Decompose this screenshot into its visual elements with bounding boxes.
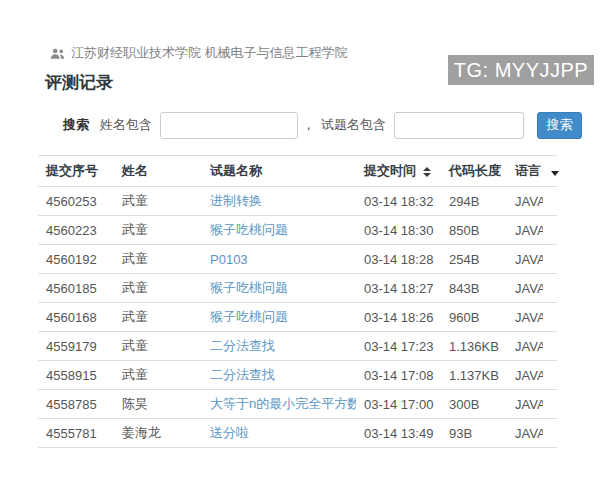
page: TG: MYYJJPP 江苏财经职业技术学院 机械电子与信息工程学院 评测记录 … xyxy=(0,44,600,480)
cell-submit-time: 03-14 18:32 xyxy=(356,187,441,216)
problem-link[interactable]: 猴子吃桃问题 xyxy=(210,280,288,295)
cell-filter-spacer xyxy=(543,245,557,274)
cell-submit-time: 03-14 13:49 xyxy=(356,419,441,448)
table-row: 4560253 武童 进制转换 03-14 18:32 294B JAVA xyxy=(38,187,557,216)
name-contains-input[interactable] xyxy=(160,112,298,139)
cell-name: 武童 xyxy=(114,245,202,274)
cell-problem: 二分法查找 xyxy=(202,332,356,361)
cell-filter-spacer xyxy=(543,216,557,245)
cell-language: JAVA xyxy=(507,187,543,216)
users-icon xyxy=(50,47,65,60)
cell-filter-spacer xyxy=(543,361,557,390)
cell-name: 武童 xyxy=(114,216,202,245)
cell-submit-time: 03-14 17:23 xyxy=(356,332,441,361)
cell-submission-id: 4560192 xyxy=(38,245,114,274)
table-row: 4560192 武童 P0103 03-14 18:28 254B JAVA xyxy=(38,245,557,274)
search-section-label: 搜索 xyxy=(63,116,89,134)
school-name: 江苏财经职业技术学院 机械电子与信息工程学院 xyxy=(71,44,348,62)
cell-submission-id: 4560253 xyxy=(38,187,114,216)
cell-filter-spacer xyxy=(543,419,557,448)
problem-link[interactable]: P0103 xyxy=(210,252,248,267)
col-header-submit-time[interactable]: 提交时间 xyxy=(356,156,441,187)
table-row: 4560223 武童 猴子吃桃问题 03-14 18:30 850B JAVA xyxy=(38,216,557,245)
cell-code-length: 254B xyxy=(441,245,507,274)
cell-problem: 二分法查找 xyxy=(202,361,356,390)
cell-language: JAVA xyxy=(507,390,543,419)
problem-link[interactable]: 大等于n的最小完全平方数 xyxy=(210,396,356,411)
cell-name: 武童 xyxy=(114,361,202,390)
search-button[interactable]: 搜索 xyxy=(537,112,582,139)
cell-name: 武童 xyxy=(114,303,202,332)
cell-problem: P0103 xyxy=(202,245,356,274)
caret-down-icon[interactable] xyxy=(551,171,559,176)
problem-link[interactable]: 猴子吃桃问题 xyxy=(210,222,288,237)
table-row: 4555781 姜海龙 送分啦 03-14 13:49 93B JAVA xyxy=(38,419,557,448)
cell-code-length: 294B xyxy=(441,187,507,216)
cell-language: JAVA xyxy=(507,245,543,274)
cell-code-length: 1.136KB xyxy=(441,332,507,361)
cell-name: 武童 xyxy=(114,332,202,361)
problem-link[interactable]: 二分法查找 xyxy=(210,338,275,353)
problem-link[interactable]: 猴子吃桃问题 xyxy=(210,309,288,324)
cell-problem: 进制转换 xyxy=(202,187,356,216)
problem-link[interactable]: 二分法查找 xyxy=(210,367,275,382)
cell-language: JAVA xyxy=(507,332,543,361)
cell-language: JAVA xyxy=(507,419,543,448)
cell-submit-time: 03-14 18:30 xyxy=(356,216,441,245)
cell-submit-time: 03-14 18:27 xyxy=(356,274,441,303)
problem-contains-input[interactable] xyxy=(394,112,524,139)
col-header-problem: 试题名称 xyxy=(202,156,356,187)
cell-code-length: 960B xyxy=(441,303,507,332)
col-header-code-length: 代码长度 xyxy=(441,156,507,187)
cell-submission-id: 4560185 xyxy=(38,274,114,303)
cell-code-length: 300B xyxy=(441,390,507,419)
cell-submit-time: 03-14 17:00 xyxy=(356,390,441,419)
table-row: 4558915 武童 二分法查找 03-14 17:08 1.137KB JAV… xyxy=(38,361,557,390)
table-row: 4559179 武童 二分法查找 03-14 17:23 1.136KB JAV… xyxy=(38,332,557,361)
cell-language: JAVA xyxy=(507,274,543,303)
cell-submission-id: 4560168 xyxy=(38,303,114,332)
cell-submission-id: 4555781 xyxy=(38,419,114,448)
cell-problem: 猴子吃桃问题 xyxy=(202,216,356,245)
cell-problem: 猴子吃桃问题 xyxy=(202,303,356,332)
cell-submission-id: 4558915 xyxy=(38,361,114,390)
search-bar: 搜索 姓名包含 ， 试题名包含 搜索 xyxy=(63,111,600,139)
cell-filter-spacer xyxy=(543,390,557,419)
cell-problem: 大等于n的最小完全平方数 xyxy=(202,390,356,419)
problem-link[interactable]: 送分啦 xyxy=(210,425,249,440)
cell-name: 武童 xyxy=(114,274,202,303)
table-row: 4560168 武童 猴子吃桃问题 03-14 18:26 960B JAVA xyxy=(38,303,557,332)
table-row: 4560185 武童 猴子吃桃问题 03-14 18:27 843B JAVA xyxy=(38,274,557,303)
cell-submit-time: 03-14 18:26 xyxy=(356,303,441,332)
cell-language: JAVA xyxy=(507,303,543,332)
cell-submission-id: 4559179 xyxy=(38,332,114,361)
cell-filter-spacer xyxy=(543,303,557,332)
name-contains-label: 姓名包含 xyxy=(100,116,152,134)
cell-language: JAVA xyxy=(507,216,543,245)
cell-filter-spacer xyxy=(543,187,557,216)
submit-time-label: 提交时间 xyxy=(364,163,416,178)
cell-code-length: 93B xyxy=(441,419,507,448)
cell-problem: 猴子吃桃问题 xyxy=(202,274,356,303)
cell-filter-spacer xyxy=(543,274,557,303)
cell-name: 陈昊 xyxy=(114,390,202,419)
cell-language: JAVA xyxy=(507,361,543,390)
cell-name: 武童 xyxy=(114,187,202,216)
watermark-top: TG: MYYJJPP xyxy=(448,55,594,85)
col-header-filter[interactable] xyxy=(543,156,557,187)
table-header-row: 提交序号 姓名 试题名称 提交时间 代码长度 语言 xyxy=(38,156,557,187)
cell-code-length: 843B xyxy=(441,274,507,303)
cell-code-length: 1.137KB xyxy=(441,361,507,390)
cell-code-length: 850B xyxy=(441,216,507,245)
cell-submission-id: 4558785 xyxy=(38,390,114,419)
separator-text: ， xyxy=(302,116,315,134)
sort-icon[interactable] xyxy=(423,167,431,177)
problem-link[interactable]: 进制转换 xyxy=(210,193,262,208)
cell-filter-spacer xyxy=(543,332,557,361)
table-row: 4558785 陈昊 大等于n的最小完全平方数 03-14 17:00 300B… xyxy=(38,390,557,419)
cell-submission-id: 4560223 xyxy=(38,216,114,245)
cell-submit-time: 03-14 17:08 xyxy=(356,361,441,390)
col-header-language: 语言 xyxy=(507,156,543,187)
cell-submit-time: 03-14 18:28 xyxy=(356,245,441,274)
cell-name: 姜海龙 xyxy=(114,419,202,448)
